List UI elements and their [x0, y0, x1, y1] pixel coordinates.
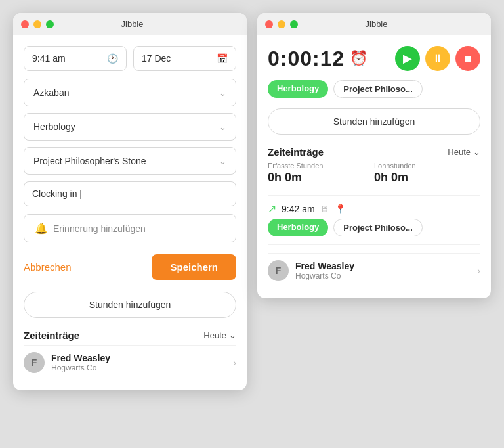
entry-arrow-icon: ↗	[268, 202, 276, 215]
right-window-title: Jibble	[270, 19, 483, 29]
chevron-down-icon: ⌄	[219, 156, 226, 166]
cancel-button[interactable]: Abbrechen	[24, 261, 72, 273]
add-hours-button[interactable]: Stunden hinzufügen	[24, 292, 236, 318]
task-label: Project Philosopher's Stone	[33, 156, 146, 166]
bell-icon: 🔔	[35, 222, 48, 235]
add-hours-button-right[interactable]: Stunden hinzufügen	[268, 108, 480, 135]
tag-herbology[interactable]: Herbology	[268, 80, 328, 98]
avatar: F	[24, 352, 45, 373]
note-input-box[interactable]	[24, 181, 236, 206]
entry-row: ↗ 9:42 am 🖥 📍	[268, 202, 480, 215]
right-time-entries-header: Zeiteinträge Heute ⌄	[268, 146, 480, 158]
chevron-down-icon: ⌄	[473, 147, 480, 157]
play-button[interactable]: ▶	[395, 46, 420, 71]
right-avatar: F	[268, 260, 289, 281]
lohn-value: 0h 0m	[374, 171, 480, 185]
user-company: Hogwarts Co	[51, 363, 226, 372]
control-buttons: ▶ ⏸ ■	[395, 46, 480, 71]
entry-tag-project[interactable]: Project Philoso...	[333, 219, 422, 236]
pause-button[interactable]: ⏸	[425, 46, 450, 71]
monitor-icon: 🖥	[320, 204, 329, 214]
time-date-row: 9:41 am 🕐 17 Dec 📅	[24, 46, 236, 71]
entry-time: 9:42 am	[282, 204, 315, 214]
lohn-stat: Lohnstunden 0h 0m	[374, 162, 480, 185]
project-label: Azkaban	[33, 87, 69, 98]
right-user-name: Fred Weasley	[295, 261, 471, 271]
action-row: Abbrechen Speichern	[24, 254, 236, 280]
chevron-down-icon: ⌄	[219, 122, 226, 132]
time-entries-title: Zeiteinträge	[24, 330, 79, 341]
left-window-title: Jibble	[26, 19, 239, 29]
chevron-right-icon: ›	[233, 357, 236, 368]
task-dropdown[interactable]: Project Philosopher's Stone ⌄	[24, 147, 236, 175]
clock-icon: 🕐	[107, 53, 118, 64]
stop-button[interactable]: ■	[455, 46, 480, 71]
chevron-down-icon: ⌄	[229, 330, 236, 340]
user-info: Fred Weasley Hogwarts Co	[51, 353, 226, 372]
divider	[268, 244, 480, 245]
subproject-dropdown[interactable]: Herbology ⌄	[24, 113, 236, 141]
project-dropdown[interactable]: Azkaban ⌄	[24, 79, 236, 106]
entry-tags-row: Herbology Project Philoso...	[268, 219, 480, 236]
user-row[interactable]: F Fred Weasley Hogwarts Co ›	[24, 345, 236, 380]
location-icon: 📍	[335, 204, 346, 214]
entry-tag-herbology[interactable]: Herbology	[268, 219, 328, 236]
time-entry: ↗ 9:42 am 🖥 📍 Herbology Project Philoso.…	[268, 195, 480, 236]
erfasste-value: 0h 0m	[268, 171, 374, 185]
save-button[interactable]: Speichern	[152, 254, 236, 280]
lohn-label: Lohnstunden	[374, 162, 480, 169]
right-titlebar: Jibble	[257, 13, 491, 35]
chevron-down-icon: ⌄	[219, 88, 226, 98]
reminder-label: Erinnerung hinzufügen	[53, 223, 146, 234]
right-window: Jibble 0:00:12 ⏰ ▶ ⏸ ■ Herbology Project…	[257, 13, 491, 298]
stats-row: Erfasste Stunden 0h 0m Lohnstunden 0h 0m	[268, 162, 480, 185]
erfasste-stat: Erfasste Stunden 0h 0m	[268, 162, 374, 185]
right-user-company: Hogwarts Co	[295, 271, 471, 280]
today-dropdown[interactable]: Heute ⌄	[203, 330, 236, 340]
right-user-info: Fred Weasley Hogwarts Co	[295, 261, 471, 280]
date-field[interactable]: 17 Dec 📅	[133, 46, 236, 71]
time-value: 9:41 am	[32, 53, 66, 64]
subproject-label: Herbology	[33, 122, 75, 132]
timer-text: 0:00:12	[268, 47, 345, 71]
tag-project[interactable]: Project Philoso...	[333, 80, 422, 98]
left-titlebar: Jibble	[13, 13, 247, 35]
right-today-dropdown[interactable]: Heute ⌄	[448, 147, 480, 157]
tags-row: Herbology Project Philoso...	[268, 80, 480, 98]
right-chevron-right-icon: ›	[477, 265, 480, 276]
timer-row: 0:00:12 ⏰ ▶ ⏸ ■	[268, 46, 480, 71]
right-today-label-text: Heute	[448, 147, 471, 157]
timer-display: 0:00:12 ⏰	[268, 47, 368, 71]
calendar-icon: 📅	[217, 53, 228, 64]
right-time-entries-title: Zeiteinträge	[268, 146, 324, 158]
time-entries-header: Zeiteinträge Heute ⌄	[24, 330, 236, 341]
user-name: Fred Weasley	[51, 353, 226, 363]
note-input[interactable]	[32, 189, 228, 199]
right-user-row[interactable]: F Fred Weasley Hogwarts Co ›	[268, 253, 480, 288]
left-window: Jibble 9:41 am 🕐 17 Dec 📅 Azkaban ⌄ Herb…	[13, 13, 247, 390]
erfasste-label: Erfasste Stunden	[268, 162, 374, 169]
reminder-button[interactable]: 🔔 Erinnerung hinzufügen	[24, 214, 236, 242]
time-field[interactable]: 9:41 am 🕐	[24, 46, 127, 71]
date-value: 17 Dec	[142, 53, 171, 64]
alarm-icon: ⏰	[350, 50, 368, 67]
today-label-text: Heute	[203, 330, 226, 340]
